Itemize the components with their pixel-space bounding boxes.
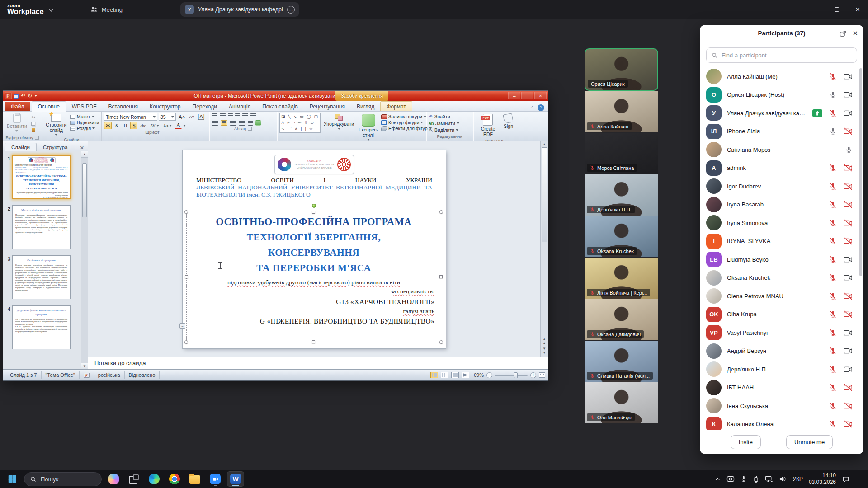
align-left-icon[interactable] <box>212 120 218 126</box>
font-color-button[interactable]: А <box>175 122 182 129</box>
editor-scrollbar[interactable]: ▲ ▲▲ ▼▼ <box>540 141 548 357</box>
ppt-tab-Анімація[interactable]: Анімація <box>223 102 256 111</box>
replace-button[interactable]: abЗамінити <box>429 121 471 126</box>
sign-button[interactable]: Sign <box>502 113 514 130</box>
smartart-icon[interactable] <box>255 120 261 126</box>
ppt-tab-Файл[interactable]: Файл <box>5 102 30 111</box>
resize-handle[interactable] <box>184 210 188 214</box>
video-tile[interactable]: Мороз Світлана <box>585 133 658 174</box>
slide-thumbnail-2[interactable]: 2Мета та цілі освітньої програмиПідготов… <box>4 205 80 249</box>
qat-dropdown-icon[interactable] <box>34 95 37 97</box>
shape-outline-button[interactable]: Контур фігури <box>381 120 431 125</box>
bold-button[interactable]: Ж <box>104 122 112 129</box>
invite-button[interactable]: Invite <box>731 435 761 449</box>
clear-formatting-icon[interactable]: 🄰 <box>197 113 206 121</box>
underline-button[interactable]: П <box>122 122 129 129</box>
scrollbar-thumb[interactable] <box>859 68 862 276</box>
text-shadow-button[interactable]: S <box>130 122 137 129</box>
participant-search-box[interactable] <box>706 47 857 63</box>
font-size-combo[interactable]: 35 <box>159 113 176 121</box>
scroll-up-icon[interactable]: ▲ <box>81 151 88 158</box>
zoom-slider-thumb[interactable] <box>514 372 518 378</box>
participant-row[interactable]: Інна Скульська <box>706 397 859 415</box>
file-explorer-icon[interactable] <box>186 471 203 487</box>
font-color-dropdown-icon[interactable] <box>183 125 186 127</box>
slide-thumbnail-preview[interactable]: Додаткові фахові компетенції освітньої п… <box>12 305 71 349</box>
search-input[interactable] <box>722 52 852 59</box>
copilot-icon[interactable] <box>105 471 122 487</box>
slide-sorter-view-icon[interactable] <box>441 372 448 378</box>
format-painter-icon[interactable] <box>30 127 37 133</box>
save-icon[interactable] <box>14 94 19 99</box>
zoom-app-icon[interactable] <box>207 471 224 487</box>
italic-button[interactable]: К <box>113 122 120 129</box>
maximize-button[interactable] <box>826 0 847 19</box>
video-tile[interactable]: Оксана Давидович <box>585 299 658 340</box>
numbering-icon[interactable] <box>220 113 226 118</box>
shrink-font-icon[interactable]: A˅ <box>188 113 195 121</box>
participant-row[interactable]: OKOlha Krupa <box>706 305 859 324</box>
fit-to-window-icon[interactable] <box>539 372 545 378</box>
show-desktop-divider[interactable] <box>858 474 858 484</box>
notification-icon[interactable] <box>842 475 850 483</box>
reading-view-icon[interactable] <box>451 372 459 378</box>
slide-thumbnail-4[interactable]: 4Додаткові фахові компетенції освітньої … <box>4 305 80 349</box>
justify-icon[interactable] <box>239 120 245 126</box>
section-button[interactable]: Розділ <box>70 126 99 131</box>
participant-row[interactable]: ООрися Цісарик (Host) <box>706 86 859 104</box>
previous-slide-icon[interactable]: ▲▲ <box>542 337 546 345</box>
slide-thumbnail-preview[interactable]: Особливості програмиОсвітня програма пер… <box>12 255 71 299</box>
copy-icon[interactable] <box>30 121 37 127</box>
participant-row[interactable]: ІIRYNA_SLYVKA <box>706 232 859 251</box>
participant-row[interactable]: VPVasyl Pasichnyi <box>706 324 859 342</box>
paste-button[interactable]: Вставити <box>5 113 28 133</box>
language-indicator[interactable]: УКР <box>793 476 803 482</box>
zoom-slider[interactable] <box>495 375 528 376</box>
new-slide-button[interactable]: Створити слайд <box>44 113 68 136</box>
participant-row[interactable]: Аadmink <box>706 159 859 178</box>
cut-icon[interactable]: ✂ <box>30 114 37 120</box>
minimize-button[interactable]: – <box>806 0 826 19</box>
status-language[interactable]: російська <box>94 371 125 379</box>
select-button[interactable]: ⇱Виділити <box>429 127 471 133</box>
participant-row[interactable]: Андрій Верзун <box>706 342 859 361</box>
slide-title-textbox[interactable]: ОСВІТНЬО-ПРОФЕСІЙНА ПРОГРАМАТЕХНОЛОГІЇ З… <box>186 212 441 342</box>
participant-row[interactable]: Iryna Basarab <box>706 196 859 214</box>
close-panel-icon[interactable]: ✕ <box>76 145 88 151</box>
tab-slides[interactable]: Слайди <box>5 143 37 151</box>
participant-row[interactable]: Алла Кайнаш (Me) <box>706 67 859 86</box>
participant-row[interactable]: Olena Petrova MNAU <box>706 287 859 305</box>
help-icon[interactable]: ? <box>538 104 544 111</box>
tray-expand-icon[interactable] <box>715 476 721 482</box>
wps-office-icon[interactable]: W <box>227 471 244 487</box>
participant-row[interactable]: ККалашник Олена <box>706 415 859 430</box>
zoom-in-icon[interactable]: + <box>530 372 536 378</box>
create-pdf-button[interactable]: Create PDF <box>476 113 500 138</box>
ppt-tab-Показ слайдів[interactable]: Показ слайдів <box>256 102 304 111</box>
columns-icon[interactable] <box>248 120 253 126</box>
quick-styles-button[interactable]: Експрес-стилі <box>357 113 379 141</box>
autofit-options-icon[interactable]: ≡ <box>179 323 185 329</box>
close-panel-icon[interactable]: ✕ <box>852 29 858 38</box>
slide-thumbnail-preview[interactable]: Мета та цілі освітньої програмиПідготовк… <box>12 205 71 249</box>
normal-view-icon[interactable] <box>430 372 438 378</box>
resize-handle[interactable] <box>185 275 188 278</box>
resize-handle[interactable] <box>312 211 315 214</box>
strikethrough-button[interactable]: abc <box>139 122 147 129</box>
ppt-tab-Основне[interactable]: Основне <box>32 101 66 112</box>
video-tile[interactable]: Орися Цісарик <box>585 48 658 91</box>
decrease-indent-icon[interactable] <box>228 113 233 118</box>
reset-button[interactable]: Відновити <box>70 120 99 125</box>
zoom-out-icon[interactable]: – <box>486 372 492 378</box>
slide-thumbnail-1[interactable]: 1КАФЕДРАТЕХНОЛОГІЇ М'ЯСА, М'ЯСНИХ ТА ОЛІ… <box>4 155 80 199</box>
screen-record-icon[interactable] <box>726 475 735 483</box>
video-tile[interactable]: Oksana Kruchek <box>585 216 658 257</box>
participant-row[interactable]: LBLiudmyla Beyko <box>706 250 859 269</box>
video-tile[interactable]: Оля Маслійчук <box>585 382 658 423</box>
arrange-button[interactable]: Упорядкувати <box>322 113 355 131</box>
resize-handle[interactable] <box>184 340 188 344</box>
text-direction-icon[interactable] <box>250 113 256 118</box>
usb-device-icon[interactable] <box>753 475 759 483</box>
dialog-launcher-icon[interactable] <box>35 136 39 140</box>
notes-pane[interactable]: Нотатки до слайда <box>88 357 548 369</box>
